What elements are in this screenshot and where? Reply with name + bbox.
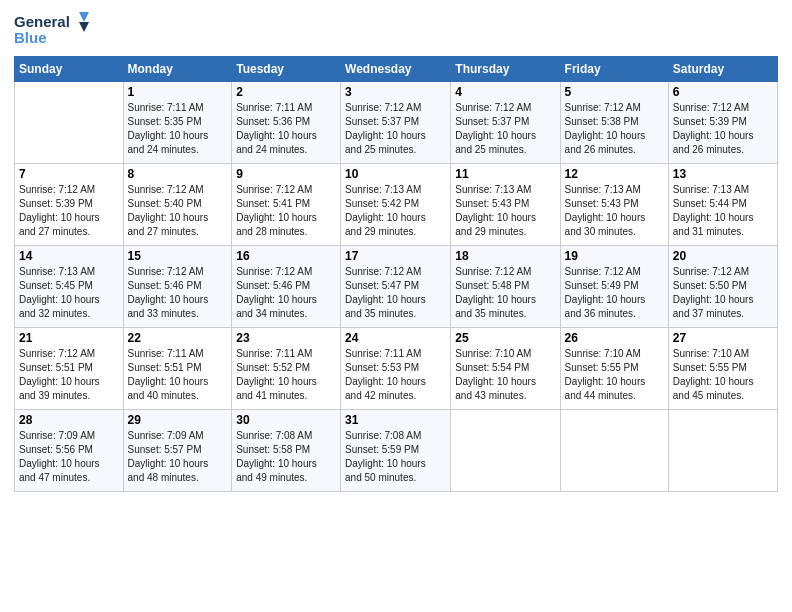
day-number: 7 <box>19 167 119 181</box>
day-number: 20 <box>673 249 773 263</box>
day-info: Sunrise: 7:09 AM Sunset: 5:57 PM Dayligh… <box>128 429 228 485</box>
day-cell: 20Sunrise: 7:12 AM Sunset: 5:50 PM Dayli… <box>668 246 777 328</box>
week-row-3: 14Sunrise: 7:13 AM Sunset: 5:45 PM Dayli… <box>15 246 778 328</box>
day-info: Sunrise: 7:12 AM Sunset: 5:46 PM Dayligh… <box>236 265 336 321</box>
day-cell: 1Sunrise: 7:11 AM Sunset: 5:35 PM Daylig… <box>123 82 232 164</box>
day-info: Sunrise: 7:10 AM Sunset: 5:54 PM Dayligh… <box>455 347 555 403</box>
day-info: Sunrise: 7:12 AM Sunset: 5:40 PM Dayligh… <box>128 183 228 239</box>
day-cell: 24Sunrise: 7:11 AM Sunset: 5:53 PM Dayli… <box>341 328 451 410</box>
day-cell: 6Sunrise: 7:12 AM Sunset: 5:39 PM Daylig… <box>668 82 777 164</box>
day-cell: 27Sunrise: 7:10 AM Sunset: 5:55 PM Dayli… <box>668 328 777 410</box>
day-cell: 26Sunrise: 7:10 AM Sunset: 5:55 PM Dayli… <box>560 328 668 410</box>
day-cell: 31Sunrise: 7:08 AM Sunset: 5:59 PM Dayli… <box>341 410 451 492</box>
col-header-thursday: Thursday <box>451 57 560 82</box>
calendar-page: GeneralBlue SundayMondayTuesdayWednesday… <box>0 0 792 612</box>
day-cell: 8Sunrise: 7:12 AM Sunset: 5:40 PM Daylig… <box>123 164 232 246</box>
day-info: Sunrise: 7:11 AM Sunset: 5:51 PM Dayligh… <box>128 347 228 403</box>
svg-marker-2 <box>79 12 89 22</box>
day-cell: 21Sunrise: 7:12 AM Sunset: 5:51 PM Dayli… <box>15 328 124 410</box>
day-cell: 30Sunrise: 7:08 AM Sunset: 5:58 PM Dayli… <box>232 410 341 492</box>
day-cell: 9Sunrise: 7:12 AM Sunset: 5:41 PM Daylig… <box>232 164 341 246</box>
day-cell: 28Sunrise: 7:09 AM Sunset: 5:56 PM Dayli… <box>15 410 124 492</box>
day-cell: 7Sunrise: 7:12 AM Sunset: 5:39 PM Daylig… <box>15 164 124 246</box>
day-number: 30 <box>236 413 336 427</box>
day-info: Sunrise: 7:10 AM Sunset: 5:55 PM Dayligh… <box>565 347 664 403</box>
day-cell: 22Sunrise: 7:11 AM Sunset: 5:51 PM Dayli… <box>123 328 232 410</box>
day-cell: 13Sunrise: 7:13 AM Sunset: 5:44 PM Dayli… <box>668 164 777 246</box>
day-cell: 2Sunrise: 7:11 AM Sunset: 5:36 PM Daylig… <box>232 82 341 164</box>
day-info: Sunrise: 7:12 AM Sunset: 5:39 PM Dayligh… <box>19 183 119 239</box>
day-info: Sunrise: 7:11 AM Sunset: 5:36 PM Dayligh… <box>236 101 336 157</box>
day-cell: 5Sunrise: 7:12 AM Sunset: 5:38 PM Daylig… <box>560 82 668 164</box>
day-info: Sunrise: 7:11 AM Sunset: 5:53 PM Dayligh… <box>345 347 446 403</box>
day-info: Sunrise: 7:11 AM Sunset: 5:52 PM Dayligh… <box>236 347 336 403</box>
day-info: Sunrise: 7:13 AM Sunset: 5:45 PM Dayligh… <box>19 265 119 321</box>
day-cell: 18Sunrise: 7:12 AM Sunset: 5:48 PM Dayli… <box>451 246 560 328</box>
day-cell: 10Sunrise: 7:13 AM Sunset: 5:42 PM Dayli… <box>341 164 451 246</box>
day-info: Sunrise: 7:09 AM Sunset: 5:56 PM Dayligh… <box>19 429 119 485</box>
logo: GeneralBlue <box>14 10 94 48</box>
day-cell <box>15 82 124 164</box>
day-number: 19 <box>565 249 664 263</box>
week-row-1: 1Sunrise: 7:11 AM Sunset: 5:35 PM Daylig… <box>15 82 778 164</box>
day-number: 5 <box>565 85 664 99</box>
day-number: 25 <box>455 331 555 345</box>
day-cell: 3Sunrise: 7:12 AM Sunset: 5:37 PM Daylig… <box>341 82 451 164</box>
day-number: 14 <box>19 249 119 263</box>
day-number: 2 <box>236 85 336 99</box>
day-cell: 17Sunrise: 7:12 AM Sunset: 5:47 PM Dayli… <box>341 246 451 328</box>
day-cell: 14Sunrise: 7:13 AM Sunset: 5:45 PM Dayli… <box>15 246 124 328</box>
day-number: 1 <box>128 85 228 99</box>
day-info: Sunrise: 7:12 AM Sunset: 5:50 PM Dayligh… <box>673 265 773 321</box>
day-info: Sunrise: 7:12 AM Sunset: 5:51 PM Dayligh… <box>19 347 119 403</box>
logo-icon: GeneralBlue <box>14 10 94 48</box>
day-info: Sunrise: 7:12 AM Sunset: 5:48 PM Dayligh… <box>455 265 555 321</box>
col-header-saturday: Saturday <box>668 57 777 82</box>
day-info: Sunrise: 7:08 AM Sunset: 5:58 PM Dayligh… <box>236 429 336 485</box>
day-cell <box>451 410 560 492</box>
calendar-header-row: SundayMondayTuesdayWednesdayThursdayFrid… <box>15 57 778 82</box>
day-info: Sunrise: 7:08 AM Sunset: 5:59 PM Dayligh… <box>345 429 446 485</box>
day-number: 13 <box>673 167 773 181</box>
day-info: Sunrise: 7:12 AM Sunset: 5:49 PM Dayligh… <box>565 265 664 321</box>
day-number: 3 <box>345 85 446 99</box>
col-header-sunday: Sunday <box>15 57 124 82</box>
day-cell: 11Sunrise: 7:13 AM Sunset: 5:43 PM Dayli… <box>451 164 560 246</box>
day-cell: 4Sunrise: 7:12 AM Sunset: 5:37 PM Daylig… <box>451 82 560 164</box>
day-number: 8 <box>128 167 228 181</box>
day-number: 4 <box>455 85 555 99</box>
day-number: 9 <box>236 167 336 181</box>
day-number: 29 <box>128 413 228 427</box>
day-cell: 29Sunrise: 7:09 AM Sunset: 5:57 PM Dayli… <box>123 410 232 492</box>
day-number: 26 <box>565 331 664 345</box>
day-info: Sunrise: 7:13 AM Sunset: 5:43 PM Dayligh… <box>455 183 555 239</box>
day-number: 11 <box>455 167 555 181</box>
col-header-monday: Monday <box>123 57 232 82</box>
day-info: Sunrise: 7:12 AM Sunset: 5:39 PM Dayligh… <box>673 101 773 157</box>
day-cell <box>668 410 777 492</box>
day-info: Sunrise: 7:11 AM Sunset: 5:35 PM Dayligh… <box>128 101 228 157</box>
day-info: Sunrise: 7:12 AM Sunset: 5:46 PM Dayligh… <box>128 265 228 321</box>
header: GeneralBlue <box>14 10 778 48</box>
svg-text:Blue: Blue <box>14 29 47 46</box>
day-number: 22 <box>128 331 228 345</box>
week-row-2: 7Sunrise: 7:12 AM Sunset: 5:39 PM Daylig… <box>15 164 778 246</box>
svg-marker-3 <box>79 22 89 32</box>
day-cell: 12Sunrise: 7:13 AM Sunset: 5:43 PM Dayli… <box>560 164 668 246</box>
day-number: 12 <box>565 167 664 181</box>
week-row-4: 21Sunrise: 7:12 AM Sunset: 5:51 PM Dayli… <box>15 328 778 410</box>
day-number: 27 <box>673 331 773 345</box>
day-cell: 15Sunrise: 7:12 AM Sunset: 5:46 PM Dayli… <box>123 246 232 328</box>
day-info: Sunrise: 7:13 AM Sunset: 5:43 PM Dayligh… <box>565 183 664 239</box>
day-number: 23 <box>236 331 336 345</box>
day-info: Sunrise: 7:12 AM Sunset: 5:38 PM Dayligh… <box>565 101 664 157</box>
calendar-table: SundayMondayTuesdayWednesdayThursdayFrid… <box>14 56 778 492</box>
day-cell: 25Sunrise: 7:10 AM Sunset: 5:54 PM Dayli… <box>451 328 560 410</box>
day-number: 10 <box>345 167 446 181</box>
day-info: Sunrise: 7:13 AM Sunset: 5:44 PM Dayligh… <box>673 183 773 239</box>
col-header-wednesday: Wednesday <box>341 57 451 82</box>
day-number: 6 <box>673 85 773 99</box>
week-row-5: 28Sunrise: 7:09 AM Sunset: 5:56 PM Dayli… <box>15 410 778 492</box>
day-number: 31 <box>345 413 446 427</box>
day-number: 16 <box>236 249 336 263</box>
